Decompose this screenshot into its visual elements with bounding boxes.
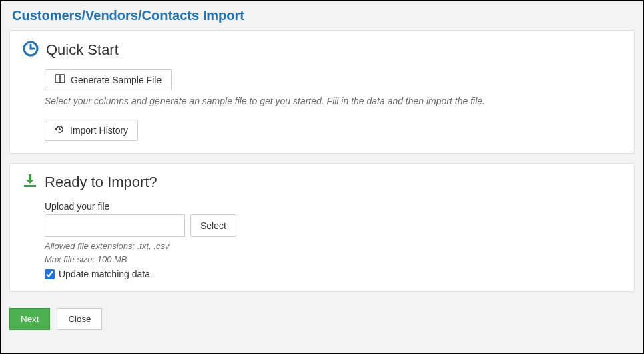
clock-icon: [22, 40, 39, 60]
footer-actions: Next Close: [9, 308, 635, 330]
select-file-button[interactable]: Select: [190, 214, 236, 237]
quick-start-hint: Select your columns and generate an samp…: [45, 96, 622, 106]
svg-marker-5: [55, 128, 57, 131]
max-file-size-text: Max file size: 100 MB: [45, 253, 622, 267]
import-history-label: Import History: [70, 125, 128, 136]
upload-file-input[interactable]: [45, 214, 185, 237]
close-button[interactable]: Close: [57, 308, 102, 330]
update-matching-row[interactable]: Update matching data: [45, 269, 622, 279]
generate-sample-file-button[interactable]: Generate Sample File: [45, 69, 172, 90]
select-file-label: Select: [200, 220, 226, 231]
history-icon: [55, 124, 65, 136]
ready-to-import-card: Ready to Import? Upload your file Select…: [9, 163, 635, 292]
next-button-label: Next: [21, 314, 39, 324]
columns-icon: [55, 74, 65, 85]
close-button-label: Close: [68, 314, 91, 324]
svg-marker-7: [26, 180, 34, 184]
next-button[interactable]: Next: [9, 308, 50, 330]
upload-file-label: Upload your file: [45, 201, 622, 212]
update-matching-label: Update matching data: [59, 269, 150, 279]
allowed-extensions-text: Allowed file extensions: .txt, .csv: [45, 240, 622, 253]
ready-to-import-header: Ready to Import?: [22, 173, 622, 192]
page-title: Customers/Vendors/Contacts Import: [9, 5, 635, 30]
download-icon: [22, 173, 38, 192]
import-history-button[interactable]: Import History: [45, 120, 138, 141]
update-matching-checkbox[interactable]: [45, 269, 55, 279]
quick-start-heading: Quick Start: [46, 41, 119, 59]
generate-sample-file-label: Generate Sample File: [71, 75, 162, 85]
quick-start-card: Quick Start Generate Sample File Select …: [9, 30, 635, 154]
svg-rect-6: [29, 174, 31, 180]
svg-rect-8: [24, 185, 36, 187]
quick-start-header: Quick Start: [22, 40, 622, 60]
ready-to-import-heading: Ready to Import?: [45, 174, 157, 191]
